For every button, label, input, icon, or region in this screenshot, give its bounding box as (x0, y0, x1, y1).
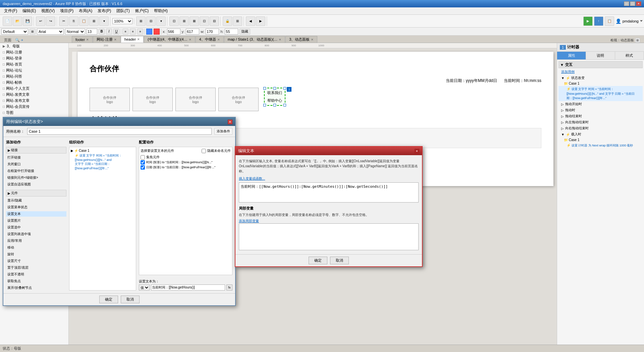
set-text-input[interactable] (151, 284, 225, 291)
open-btn[interactable]: 📂 (13, 16, 22, 26)
tab-footer-close[interactable]: ✕ (86, 38, 89, 41)
tab-dynamic-close[interactable]: ✕ (311, 38, 314, 41)
item2-checkbox[interactable] (141, 165, 145, 170)
new-btn[interactable]: 📄 (3, 16, 12, 26)
handle-bl[interactable] (263, 104, 266, 106)
tab-footer[interactable]: footer ✕ (72, 36, 93, 43)
tab-header[interactable]: header ✕ (121, 36, 144, 43)
italic-btn[interactable]: I (106, 29, 112, 35)
lock-btn[interactable]: 🔒 (223, 16, 232, 26)
sidebar-item-6[interactable]: □ 网站-帖铁 (0, 79, 68, 85)
comp-item-13[interactable]: 展开/折叠树节点 (6, 285, 66, 291)
menu-file[interactable]: 文件(F) (1, 7, 20, 14)
move-start-item[interactable]: ▷ 向左拖动结束时 (558, 119, 643, 125)
sidebar-item-0[interactable]: ▶ 3、母版 (0, 43, 68, 49)
page-select[interactable]: Default (1, 29, 28, 35)
state-change-item[interactable]: ▼ ⚡ 状态改变 (558, 75, 643, 81)
menu-view[interactable]: 视图(V) (39, 7, 57, 14)
drag-item[interactable]: ▷ 拖动时 (558, 107, 643, 113)
case-tree-label[interactable]: Case 1 (79, 149, 90, 152)
move-end-item[interactable]: ▷ 向右拖动结束时 (558, 125, 643, 131)
move-right-btn[interactable]: ▶ (256, 16, 265, 26)
h-input[interactable] (225, 29, 238, 35)
more-btn[interactable]: ▾ (99, 16, 109, 26)
cut-btn[interactable]: ✂ (59, 16, 68, 26)
set-text-select[interactable]: 值 (139, 284, 150, 291)
load-action1-item[interactable]: ⚡ 设置 计时器 为 Next wrap 循环间隔 1000 毫秒 (558, 142, 643, 148)
style-icon[interactable]: ⊞ (30, 29, 36, 35)
focus-checkbox[interactable] (141, 155, 145, 160)
close-btn[interactable]: ✕ (636, 1, 641, 6)
case-name-input[interactable] (27, 128, 212, 135)
case1-item[interactable]: 📁 Case 1 (558, 81, 643, 86)
sidebar-item-8[interactable]: □ 网站-发类文章 (0, 91, 68, 97)
sidebar-item-9[interactable]: □ 网站-发布文章 (0, 97, 68, 103)
user-dropdown-icon[interactable] (640, 20, 643, 22)
preview-btn[interactable]: ▶ (583, 16, 593, 26)
paste-btn[interactable]: 📋 (79, 16, 89, 26)
insert-var-link[interactable]: 插入变量或函数... (239, 177, 265, 180)
font-size-input[interactable] (87, 29, 97, 35)
sidebar-item-3[interactable]: □ 网站-首页 (0, 61, 68, 67)
copy-btn[interactable]: ⎘ (69, 16, 78, 26)
comp-item-10[interactable]: 置于顶层/底层 (6, 265, 66, 270)
tab-header-close[interactable]: ✕ (137, 38, 140, 41)
sidebar-item-4[interactable]: □ 网站-论坛 (0, 67, 68, 73)
hide-unnamed-checkbox[interactable] (202, 149, 206, 153)
tab-register-close[interactable]: ✕ (114, 38, 117, 41)
align-left-btn[interactable]: ⊡ (169, 16, 179, 26)
undo-btn[interactable]: ↩ (36, 16, 45, 26)
color-fill-btn[interactable] (146, 29, 152, 35)
link-item-3[interactable]: 链接到元件<锚链接> (6, 175, 66, 180)
sidebar-item-7[interactable]: □ 网站-个人主页 (0, 85, 68, 91)
comp-item-8[interactable]: 旋转 (6, 252, 66, 257)
add-condition-btn[interactable]: 添加条件 (214, 128, 232, 135)
add-local-var-link[interactable]: 添加局部变量 (239, 219, 419, 223)
handle-tl[interactable] (263, 87, 266, 90)
comp-item-6[interactable]: 应用/常用 (6, 238, 66, 244)
snap-btn[interactable]: ⊞ (233, 16, 242, 26)
share-btn[interactable]: ↑ (594, 16, 603, 26)
comp-item-3[interactable]: 设置图片 (6, 218, 66, 223)
page-add-btn[interactable]: + (21, 38, 23, 42)
handle-tc[interactable] (273, 87, 276, 90)
tab-register[interactable]: 网站-注册 ✕ (93, 36, 120, 43)
align-right-btn[interactable]: ⊠ (190, 16, 199, 26)
menu-project[interactable]: 项目(P) (57, 7, 76, 14)
minimize-btn[interactable]: ─ (624, 1, 629, 6)
tab-dynamic[interactable]: 3、动态面板 ✕ (285, 36, 317, 43)
underline-btn[interactable]: U (113, 29, 119, 35)
comp-item-1[interactable]: 设置菜单状态 (6, 205, 66, 210)
comp-item-12[interactable]: 获取焦点 (6, 278, 66, 284)
x-input[interactable] (167, 29, 180, 35)
menu-layout[interactable]: 布局(A) (76, 7, 95, 14)
inspector-expand-btn[interactable]: ⊞ (635, 38, 640, 43)
dialog2-close-btn[interactable]: ✕ (415, 149, 419, 153)
link-item-4[interactable]: 设置自适应视图 (6, 182, 66, 187)
comp-item-2[interactable]: 设置文本 (6, 211, 66, 217)
action1-item[interactable]: ⚡ 设置 文字于 时间 = "当前时间：[[Now.getHours()]]:[… (558, 86, 643, 101)
item1-checkbox[interactable] (141, 160, 145, 165)
load-item[interactable]: ▼ ⚡ 载入时 (558, 131, 643, 137)
dialog2-cancel-btn[interactable]: 取消 (330, 257, 349, 264)
component-group-header[interactable]: ▶ 元件 (6, 190, 66, 196)
font-select[interactable]: Arial (37, 29, 64, 35)
comp-item-7[interactable]: 移动 (6, 245, 66, 250)
tab-repeater2[interactable]: 4、中继器 ✕ (196, 36, 224, 43)
tab-description[interactable]: 说明 (586, 52, 615, 59)
dialog2-ok-btn[interactable]: 确定 (309, 257, 327, 264)
selected-element[interactable]: 1 联系我们 帮助中心 (264, 88, 285, 106)
hide-btn[interactable]: 隐藏 (239, 29, 250, 35)
link-help[interactable]: 帮助中心 (266, 97, 283, 104)
tab-style[interactable]: 样式 (615, 52, 644, 59)
handle-tr[interactable] (283, 87, 286, 90)
move-left-btn[interactable]: ◀ (246, 16, 255, 26)
dialog1-cancel-btn[interactable]: 取消 (121, 296, 140, 303)
tab-repeater[interactable]: (中继器)(4、中继器)(4… ✕ (144, 36, 195, 43)
more2-btn[interactable]: ▾ (156, 16, 166, 26)
link-contact[interactable]: 联系我们 (266, 90, 283, 96)
sidebar-item-2[interactable]: □ 网站-登录 (0, 55, 68, 61)
link-item-0[interactable]: 打开链接 (6, 155, 66, 160)
load-case1-item[interactable]: 📁 Case 1 (558, 137, 643, 142)
menu-edit[interactable]: 编辑(E) (20, 7, 39, 14)
